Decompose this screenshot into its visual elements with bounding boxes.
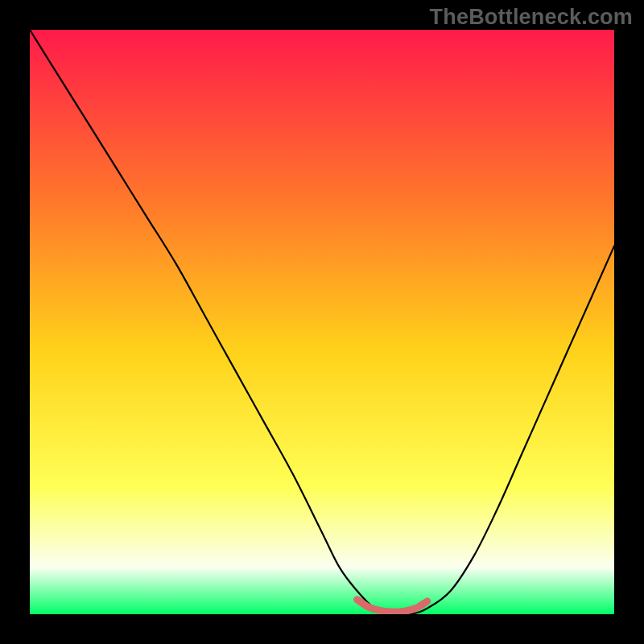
chart-plot-area	[30, 30, 614, 614]
chart-frame: TheBottleneck.com	[0, 0, 644, 644]
chart-svg	[30, 30, 614, 614]
watermark-text: TheBottleneck.com	[430, 5, 633, 30]
gradient-background	[30, 30, 614, 614]
